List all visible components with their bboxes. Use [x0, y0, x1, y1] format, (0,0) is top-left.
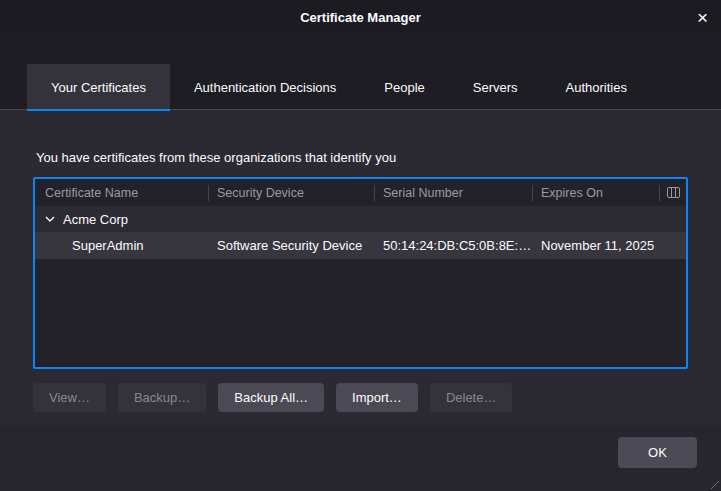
cell-expires-on: November 11, 2025: [533, 238, 660, 253]
table-header-row: Certificate Name Security Device Serial …: [35, 179, 686, 206]
ok-button[interactable]: OK: [618, 437, 697, 468]
tab-label: Authentication Decisions: [194, 80, 336, 95]
import-button[interactable]: Import…: [336, 383, 418, 412]
columns-grid-icon: [667, 187, 680, 198]
tab-your-certificates[interactable]: Your Certificates: [27, 64, 170, 110]
column-header-certificate-name[interactable]: Certificate Name: [35, 185, 209, 201]
backup-button[interactable]: Backup…: [118, 383, 206, 412]
certificate-group-row[interactable]: Acme Corp: [35, 206, 686, 232]
cell-security-device: Software Security Device: [209, 238, 375, 253]
cell-serial-number: 50:14:24:DB:C5:0B:8E:…: [375, 238, 533, 253]
table-row[interactable]: SuperAdmin Software Security Device 50:1…: [35, 232, 686, 259]
certificates-table[interactable]: Certificate Name Security Device Serial …: [33, 177, 688, 369]
cell-certificate-name: SuperAdmin: [35, 238, 209, 253]
backup-all-button[interactable]: Backup All…: [218, 383, 324, 412]
column-header-serial-number[interactable]: Serial Number: [375, 185, 533, 201]
tab-label: Your Certificates: [51, 80, 146, 95]
dialog-title: Certificate Manager: [300, 10, 421, 25]
tab-authorities[interactable]: Authorities: [542, 64, 651, 110]
chevron-down-icon[interactable]: [45, 216, 55, 222]
tab-label: Servers: [473, 80, 518, 95]
resize-grip[interactable]: [709, 479, 720, 490]
close-icon[interactable]: ×: [697, 8, 708, 27]
dialog-footer: OK: [0, 425, 721, 491]
view-button[interactable]: View…: [33, 383, 106, 412]
certificate-manager-dialog: Certificate Manager × Your Certificates …: [0, 0, 721, 491]
column-header-expires-on[interactable]: Expires On: [533, 185, 660, 201]
intro-text: You have certificates from these organiz…: [36, 150, 685, 165]
column-picker-icon[interactable]: [660, 179, 686, 206]
delete-button[interactable]: Delete…: [430, 383, 513, 412]
table-action-buttons: View… Backup… Backup All… Import… Delete…: [33, 383, 688, 412]
tab-servers[interactable]: Servers: [449, 64, 542, 110]
tab-label: Authorities: [566, 80, 627, 95]
tab-label: People: [384, 80, 424, 95]
column-header-security-device[interactable]: Security Device: [209, 185, 375, 201]
titlebar: Certificate Manager ×: [0, 0, 721, 34]
tab-strip: Your Certificates Authentication Decisio…: [0, 34, 721, 110]
tab-authentication-decisions[interactable]: Authentication Decisions: [170, 64, 360, 110]
group-name: Acme Corp: [63, 212, 128, 227]
tab-people[interactable]: People: [360, 64, 448, 110]
